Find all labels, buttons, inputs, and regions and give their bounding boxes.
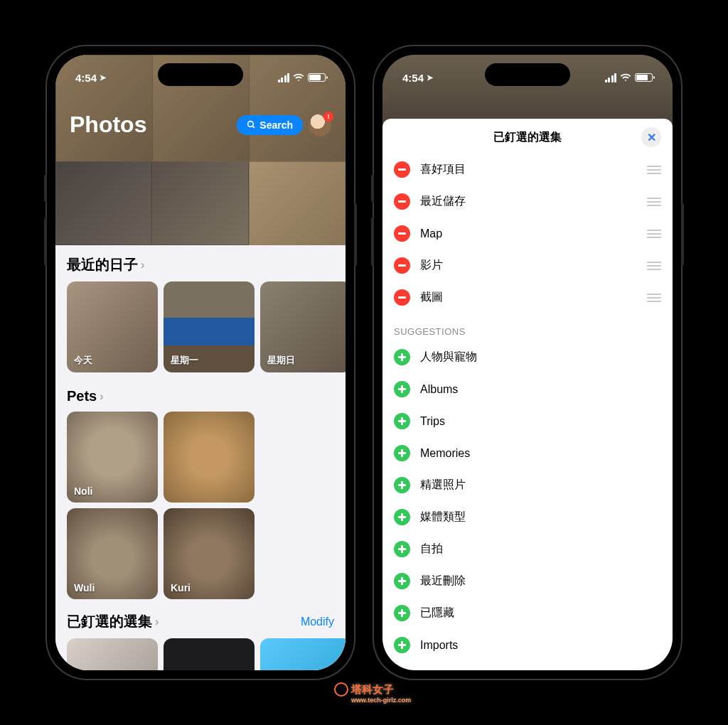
add-icon[interactable]	[394, 477, 410, 493]
watermark-icon	[334, 682, 348, 697]
suggestion-row[interactable]: Imports	[394, 629, 661, 661]
suggestion-row[interactable]: 最近刪除	[394, 565, 661, 597]
svg-line-1	[252, 126, 255, 128]
drag-handle-icon[interactable]	[647, 294, 661, 302]
pinned-row[interactable]: Map	[394, 218, 661, 249]
remove-icon[interactable]	[394, 289, 410, 306]
add-icon[interactable]	[394, 413, 410, 429]
location-icon: ➤	[427, 73, 433, 82]
search-button[interactable]: Search	[237, 115, 303, 135]
dynamic-island	[158, 63, 243, 86]
add-icon[interactable]	[394, 605, 410, 621]
add-icon[interactable]	[394, 637, 410, 653]
pinned-row[interactable]: 最近儲存	[394, 186, 661, 218]
profile-avatar[interactable]: !	[309, 114, 331, 136]
status-time: 4:54	[75, 72, 97, 84]
phone-frame-left: 4:54 ➤ Photos	[47, 46, 354, 679]
app-title: Photos	[70, 112, 146, 138]
suggestion-row[interactable]: 媒體類型	[394, 501, 661, 533]
add-icon[interactable]	[394, 349, 410, 365]
search-label: Search	[259, 119, 293, 131]
add-icon[interactable]	[394, 573, 410, 589]
wifi-icon	[620, 72, 631, 83]
remove-icon[interactable]	[394, 257, 410, 274]
pet-card[interactable]: Kuri	[164, 508, 255, 599]
pinned-row[interactable]: 喜好項目	[394, 154, 661, 186]
screen-photos-app: 4:54 ➤ Photos	[55, 55, 346, 670]
add-icon[interactable]	[394, 509, 410, 525]
pinned-row[interactable]: 截圖	[394, 281, 661, 313]
notification-badge: !	[323, 112, 333, 122]
pinned-collection-card[interactable]	[164, 638, 255, 670]
pet-card[interactable]: Noli	[67, 412, 158, 503]
suggestions-header: SUGGESTIONS	[382, 313, 673, 341]
remove-icon[interactable]	[394, 225, 410, 242]
battery-icon	[308, 73, 326, 82]
suggestion-row[interactable]: Memories	[394, 437, 661, 469]
drag-handle-icon[interactable]	[647, 262, 661, 270]
day-card-monday[interactable]: 星期一	[164, 281, 255, 372]
section-pets[interactable]: Pets ›	[67, 388, 104, 404]
pinned-collection-card[interactable]	[260, 638, 346, 670]
dynamic-island	[485, 63, 570, 86]
photo-thumbnail[interactable]	[152, 161, 249, 245]
day-card-sunday[interactable]: 星期日	[260, 281, 346, 372]
suggestion-row[interactable]: 已隱藏	[394, 597, 661, 629]
suggestion-row[interactable]: 自拍	[394, 533, 661, 565]
battery-icon	[635, 73, 653, 82]
pinned-collection-card[interactable]	[67, 638, 158, 670]
section-pinned[interactable]: 已釘選的選集 ›	[67, 612, 159, 631]
chevron-right-icon: ›	[155, 616, 159, 628]
drag-handle-icon[interactable]	[647, 198, 661, 206]
wifi-icon	[293, 72, 304, 83]
pet-card[interactable]	[164, 412, 255, 503]
pinned-row[interactable]: 影片	[394, 249, 661, 281]
suggestion-row[interactable]: 人物與寵物	[394, 341, 661, 373]
drag-handle-icon[interactable]	[647, 166, 661, 174]
close-icon: ✕	[647, 131, 656, 144]
cellular-icon	[278, 73, 290, 82]
search-icon	[247, 120, 256, 129]
svg-point-0	[248, 122, 254, 127]
edit-pinned-sheet: 已釘選的選集 ✕ 喜好項目 最近儲存 Map	[382, 119, 673, 670]
pinned-items-list: 喜好項目 最近儲存 Map 影片	[382, 154, 673, 313]
close-button[interactable]: ✕	[641, 127, 661, 147]
suggestions-list: 人物與寵物 Albums Trips Memories 精選照片 媒體類型 自拍…	[382, 341, 673, 661]
cellular-icon	[605, 73, 617, 82]
modify-button[interactable]: Modify	[301, 616, 334, 628]
watermark: 塔科女子 www.tech-girlz.com	[334, 682, 394, 697]
content-area[interactable]: 最近的日子 › 今天 星期一 星期日 Pets › Noli Wuli Kuri	[55, 245, 346, 670]
remove-icon[interactable]	[394, 193, 410, 210]
day-card-today[interactable]: 今天	[67, 281, 158, 372]
location-icon: ➤	[100, 73, 106, 82]
suggestion-row[interactable]: 精選照片	[394, 469, 661, 501]
suggestion-row[interactable]: Trips	[394, 405, 661, 437]
chevron-right-icon: ›	[141, 259, 144, 272]
sheet-title: 已釘選的選集	[493, 130, 562, 145]
drag-handle-icon[interactable]	[647, 230, 661, 238]
add-icon[interactable]	[394, 381, 410, 397]
photo-thumbnail[interactable]	[249, 161, 346, 245]
suggestion-row[interactable]: Albums	[394, 373, 661, 405]
section-recent-days[interactable]: 最近的日子 ›	[67, 255, 144, 274]
chevron-right-icon: ›	[100, 390, 103, 403]
screen-edit-pinned: 4:54 ➤ 已釘選的選集 ✕ 喜好項目	[382, 55, 673, 670]
remove-icon[interactable]	[394, 161, 410, 178]
add-icon[interactable]	[394, 445, 410, 461]
add-icon[interactable]	[394, 541, 410, 557]
pet-card[interactable]: Wuli	[67, 508, 158, 599]
photo-thumbnail[interactable]	[55, 161, 152, 245]
status-time: 4:54	[402, 72, 424, 84]
phone-frame-right: 4:54 ➤ 已釘選的選集 ✕ 喜好項目	[374, 46, 681, 679]
